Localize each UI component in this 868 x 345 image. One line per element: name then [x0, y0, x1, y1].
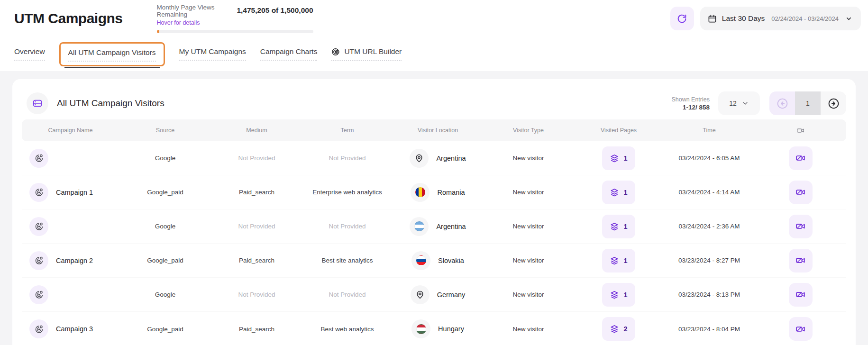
visitor-location: Hungary — [438, 325, 464, 333]
column-campaign-name: Campaign Name — [22, 127, 119, 134]
page-size-dropdown[interactable]: 12 — [718, 91, 760, 115]
current-page-indicator[interactable]: 1 — [795, 91, 821, 115]
visited-pages-count: 1 — [623, 154, 627, 162]
video-camera-icon — [755, 127, 846, 135]
layers-icon — [610, 188, 619, 197]
arrow-right-circle-icon — [828, 98, 840, 109]
location-icon — [410, 217, 429, 236]
page-title: UTM Campaigns — [14, 10, 123, 27]
session-recording-button[interactable] — [789, 146, 813, 170]
card-title: All UTM Campaign Visitors — [57, 98, 164, 109]
table-body: Google Not Provided Not Provided Argenti… — [22, 141, 846, 345]
video-camera-off-icon — [795, 290, 805, 300]
visited-pages-count: 1 — [623, 223, 627, 230]
layers-icon — [610, 222, 619, 231]
pagination: 1 — [769, 91, 846, 115]
tab-utm-url-builder[interactable]: UTM URL Builder — [331, 47, 402, 61]
campaign-target-icon — [29, 319, 48, 338]
source-cell: Google_paid — [119, 189, 211, 196]
session-recording-button[interactable] — [789, 215, 813, 238]
tab-campaign-charts[interactable]: Campaign Charts — [260, 47, 318, 61]
visitor-type-cell: New visitor — [483, 189, 574, 196]
visited-pages-badge: 1 — [602, 283, 635, 307]
map-pin-icon — [410, 149, 429, 168]
tab-my-utm-campaigns[interactable]: My UTM Campaigns — [179, 47, 246, 61]
medium-cell: Paid_search — [211, 326, 302, 333]
refresh-button[interactable] — [670, 7, 694, 30]
shown-entries-value: 1-12/ 858 — [671, 104, 710, 111]
tab-bar: Overview All UTM Campaign Visitors My UT… — [0, 37, 868, 71]
session-recording-button[interactable] — [789, 317, 813, 341]
table-row: Google Not Provided Not Provided Argenti… — [22, 141, 846, 175]
page-views-label: Monthly Page Views Remaining — [157, 4, 237, 18]
video-camera-off-icon — [795, 255, 805, 265]
location-icon — [411, 319, 430, 338]
medium-cell: Paid_search — [211, 189, 302, 196]
visited-pages-count: 1 — [623, 257, 627, 264]
visited-pages-count: 1 — [623, 189, 627, 196]
campaign-name: Campaign 2 — [56, 257, 93, 264]
term-cell: Enterprise web analytics — [302, 189, 393, 196]
time-cell: 03/24/2024 - 4:14 AM — [664, 189, 755, 196]
campaign-target-icon — [29, 149, 48, 168]
source-cell: Google — [119, 291, 211, 298]
column-medium: Medium — [211, 127, 302, 134]
video-camera-off-icon — [795, 153, 805, 163]
time-cell: 03/24/2024 - 2:36 AM — [664, 223, 755, 230]
visitor-type-cell: New visitor — [483, 291, 574, 298]
page-views-count: 1,475,205 of 1,500,000 — [237, 6, 313, 15]
session-recording-button[interactable] — [789, 181, 813, 204]
table-row: Campaign 1 Google_paid Paid_search Enter… — [22, 175, 846, 209]
session-recording-button[interactable] — [789, 249, 813, 272]
date-range-value: 02/24/2024 - 03/24/2024 — [771, 15, 839, 22]
visitor-type-cell: New visitor — [483, 326, 574, 333]
visitor-location: Argentina — [436, 154, 466, 162]
video-camera-off-icon — [795, 221, 805, 231]
time-cell: 03/23/2024 - 8:27 PM — [664, 257, 755, 264]
visitor-location: Romania — [437, 189, 465, 196]
hover-for-details-link[interactable]: Hover for details — [157, 19, 200, 26]
layers-icon — [610, 290, 619, 300]
flag-hungary-icon — [416, 324, 426, 334]
source-cell: Google — [119, 154, 211, 162]
video-camera-off-icon — [795, 324, 805, 334]
page-views-progress-fill — [157, 30, 160, 33]
medium-cell: Not Provided — [211, 291, 302, 298]
shown-entries: Shown Entries 1-12/ 858 — [671, 96, 710, 111]
session-recording-button[interactable] — [789, 283, 813, 307]
chevron-down-icon — [845, 15, 852, 22]
previous-page-button[interactable] — [769, 91, 795, 115]
table-row: Campaign 2 Google_paid Paid_search Best … — [22, 244, 846, 278]
date-range-selector[interactable]: Last 30 Days 02/24/2024 - 03/24/2024 — [700, 7, 861, 30]
term-cell: Not Provided — [302, 223, 393, 230]
table-row: Campaign 3 Google_paid Paid_search Best … — [22, 312, 846, 345]
tab-all-utm-campaign-visitors[interactable]: All UTM Campaign Visitors — [59, 42, 165, 66]
layers-icon — [610, 154, 619, 163]
utm-builder-target-icon — [331, 47, 340, 56]
tab-overview[interactable]: Overview — [14, 47, 45, 61]
visitor-type-cell: New visitor — [483, 154, 574, 162]
term-cell: Best site analytics — [302, 257, 393, 264]
calendar-icon — [708, 14, 717, 23]
table-row: Google Not Provided Not Provided Germany… — [22, 278, 846, 312]
main-content: All UTM Campaign Visitors Shown Entries … — [0, 71, 868, 345]
visited-pages-badge: 1 — [602, 146, 635, 170]
column-term: Term — [302, 127, 393, 134]
source-cell: Google_paid — [119, 257, 211, 264]
page-views-widget: Monthly Page Views Remaining Hover for d… — [157, 4, 313, 33]
column-visitor-location: Visitor Location — [393, 127, 483, 134]
visitor-location: Slovakia — [438, 257, 464, 264]
visited-pages-count: 1 — [623, 291, 627, 299]
column-time: Time — [664, 127, 755, 134]
visitor-type-cell: New visitor — [483, 223, 574, 230]
visitor-location: Germany — [437, 291, 466, 299]
next-page-button[interactable] — [821, 91, 846, 115]
source-cell: Google_paid — [119, 326, 211, 333]
layers-icon — [610, 256, 619, 265]
visited-pages-badge: 1 — [602, 249, 635, 272]
visited-pages-count: 2 — [623, 325, 627, 333]
column-source: Source — [119, 127, 211, 134]
visited-pages-badge: 2 — [602, 317, 635, 341]
term-cell: Not Provided — [302, 291, 393, 298]
flag-slovakia-icon — [416, 255, 426, 265]
